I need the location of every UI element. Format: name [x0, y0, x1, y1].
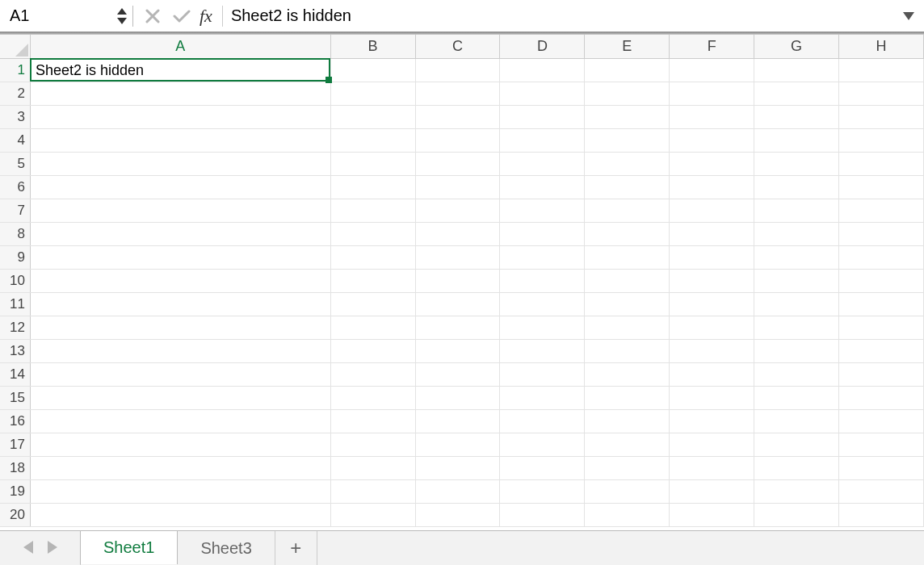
cell-C11[interactable] — [416, 293, 501, 316]
cell-B6[interactable] — [331, 176, 416, 199]
column-header-D[interactable]: D — [500, 35, 585, 58]
cell-D8[interactable] — [500, 223, 585, 245]
cell-D16[interactable] — [500, 410, 585, 433]
cell-A13[interactable] — [31, 340, 331, 362]
cell-A12[interactable] — [31, 316, 331, 339]
cell-B12[interactable] — [331, 316, 416, 339]
cell-E3[interactable] — [585, 106, 670, 128]
cell-F9[interactable] — [670, 246, 754, 269]
cell-G5[interactable] — [754, 153, 839, 175]
cell-F3[interactable] — [670, 106, 754, 128]
cell-B8[interactable] — [331, 223, 416, 245]
cell-C7[interactable] — [416, 199, 501, 222]
fx-label[interactable]: fx — [196, 6, 217, 27]
cell-F14[interactable] — [670, 363, 754, 386]
cell-B20[interactable] — [331, 504, 416, 526]
cell-G11[interactable] — [754, 293, 839, 316]
cell-E1[interactable] — [585, 59, 670, 82]
cell-G9[interactable] — [754, 246, 839, 269]
formula-input[interactable]: Sheet2 is hidden — [231, 6, 897, 25]
name-box[interactable]: A1 — [8, 6, 115, 25]
cell-F16[interactable] — [670, 410, 754, 433]
cell-H17[interactable] — [839, 433, 924, 456]
cell-E20[interactable] — [585, 504, 670, 526]
cell-H7[interactable] — [839, 199, 924, 222]
cell-D17[interactable] — [500, 433, 585, 456]
row-header-9[interactable]: 9 — [0, 246, 31, 269]
column-header-C[interactable]: C — [416, 35, 501, 58]
cell-H10[interactable] — [839, 270, 924, 292]
cell-F18[interactable] — [670, 457, 754, 479]
cell-A9[interactable] — [31, 246, 331, 269]
formula-expand-button[interactable] — [897, 4, 921, 28]
cell-H14[interactable] — [839, 363, 924, 386]
cell-C20[interactable] — [416, 504, 501, 526]
cell-F4[interactable] — [670, 129, 754, 152]
cell-H11[interactable] — [839, 293, 924, 316]
cell-H1[interactable] — [839, 59, 924, 82]
cell-E6[interactable] — [585, 176, 670, 199]
cell-G8[interactable] — [754, 223, 839, 245]
cell-A11[interactable] — [31, 293, 331, 316]
cell-A20[interactable] — [31, 504, 331, 526]
cell-E10[interactable] — [585, 270, 670, 292]
row-header-8[interactable]: 8 — [0, 223, 31, 245]
sheet-tab-sheet1[interactable]: Sheet1 — [80, 530, 178, 564]
cell-F19[interactable] — [670, 480, 754, 503]
cell-H6[interactable] — [839, 176, 924, 199]
cell-E15[interactable] — [585, 387, 670, 409]
cell-G12[interactable] — [754, 316, 839, 339]
cell-E18[interactable] — [585, 457, 670, 479]
cell-F15[interactable] — [670, 387, 754, 409]
cell-G4[interactable] — [754, 129, 839, 152]
cell-A5[interactable] — [31, 153, 331, 175]
cell-G1[interactable] — [754, 59, 839, 82]
cell-G2[interactable] — [754, 82, 839, 105]
row-header-18[interactable]: 18 — [0, 457, 31, 479]
cell-D19[interactable] — [500, 480, 585, 503]
row-header-11[interactable]: 11 — [0, 293, 31, 316]
cell-H16[interactable] — [839, 410, 924, 433]
cell-A15[interactable] — [31, 387, 331, 409]
cell-A16[interactable] — [31, 410, 331, 433]
cell-D13[interactable] — [500, 340, 585, 362]
cell-F7[interactable] — [670, 199, 754, 222]
row-header-2[interactable]: 2 — [0, 82, 31, 105]
row-header-3[interactable]: 3 — [0, 106, 31, 128]
row-header-1[interactable]: 1 — [0, 59, 31, 82]
cell-B3[interactable] — [331, 106, 416, 128]
cell-G6[interactable] — [754, 176, 839, 199]
cell-B19[interactable] — [331, 480, 416, 503]
cell-E13[interactable] — [585, 340, 670, 362]
cell-G15[interactable] — [754, 387, 839, 409]
cell-B5[interactable] — [331, 153, 416, 175]
cell-F1[interactable] — [670, 59, 754, 82]
cell-C17[interactable] — [416, 433, 501, 456]
cell-A1[interactable]: Sheet2 is hidden — [31, 59, 331, 82]
cell-F5[interactable] — [670, 153, 754, 175]
cell-D11[interactable] — [500, 293, 585, 316]
cell-E17[interactable] — [585, 433, 670, 456]
row-header-4[interactable]: 4 — [0, 129, 31, 152]
cell-A6[interactable] — [31, 176, 331, 199]
row-header-14[interactable]: 14 — [0, 363, 31, 386]
row-header-7[interactable]: 7 — [0, 199, 31, 222]
cell-F8[interactable] — [670, 223, 754, 245]
cell-C6[interactable] — [416, 176, 501, 199]
cell-B11[interactable] — [331, 293, 416, 316]
cell-B16[interactable] — [331, 410, 416, 433]
cell-B18[interactable] — [331, 457, 416, 479]
cell-D14[interactable] — [500, 363, 585, 386]
cell-A14[interactable] — [31, 363, 331, 386]
cell-B14[interactable] — [331, 363, 416, 386]
cell-F13[interactable] — [670, 340, 754, 362]
cell-D10[interactable] — [500, 270, 585, 292]
cell-B17[interactable] — [331, 433, 416, 456]
column-header-E[interactable]: E — [585, 35, 670, 58]
cell-G10[interactable] — [754, 270, 839, 292]
cell-E4[interactable] — [585, 129, 670, 152]
cell-A8[interactable] — [31, 223, 331, 245]
row-header-5[interactable]: 5 — [0, 153, 31, 175]
cell-B7[interactable] — [331, 199, 416, 222]
column-header-B[interactable]: B — [331, 35, 416, 58]
